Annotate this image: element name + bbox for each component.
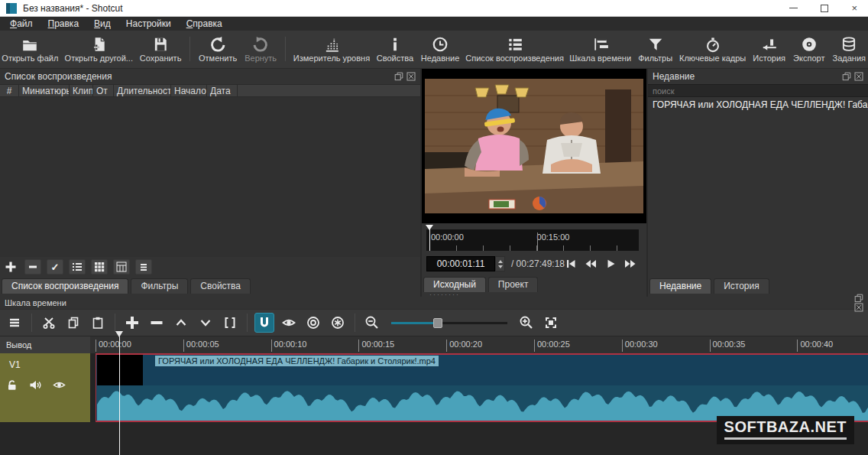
menu-file[interactable]: Файл	[3, 18, 40, 30]
left-dock-tabs: Список воспроизведения Фильтры Свойства	[0, 277, 420, 294]
redo-button[interactable]: Вернуть	[245, 34, 276, 63]
shotcut-window: Без названия* - Shotcut × Файл Правка Ви…	[0, 0, 868, 455]
timecode-field[interactable]: 00:00:01:11	[426, 256, 495, 271]
scrub-while-dragging-toggle[interactable]	[279, 313, 299, 333]
timeline-menu-button[interactable]	[5, 313, 24, 333]
zoom-fit-button[interactable]	[541, 313, 561, 333]
view-icons-button[interactable]	[113, 259, 130, 275]
timeline-playhead[interactable]	[119, 336, 120, 455]
playlist-button[interactable]: Список воспроизведения	[468, 34, 562, 63]
undock-panel-icon[interactable]	[842, 72, 851, 81]
menu-bar: Файл Правка Вид Настройки Справка	[0, 17, 868, 31]
tab-playlist[interactable]: Список воспроизведения	[2, 278, 128, 294]
timeline-icon	[592, 34, 609, 53]
play-button[interactable]	[604, 258, 617, 270]
close-button[interactable]: ×	[851, 3, 857, 13]
right-dock-tabs: Недавние История	[648, 277, 868, 294]
column-in[interactable]: От	[93, 85, 114, 96]
snap-toggle[interactable]	[254, 313, 274, 333]
cut-button[interactable]	[39, 313, 59, 333]
timeline-output-label[interactable]: Вывод	[0, 336, 90, 353]
undock-panel-icon[interactable]	[854, 294, 863, 303]
playlist-update-button[interactable]: ✓	[47, 259, 63, 275]
track-v1-lane[interactable]: ГОРЯЧАЯ или ХОЛОДНАЯ ЕДА ЧЕЛЛЕНДЖ! Габар…	[90, 353, 868, 422]
tab-filters[interactable]: Фильтры	[131, 278, 188, 294]
split-button[interactable]	[220, 313, 240, 333]
ruler-tick: 00:00:15	[358, 340, 394, 352]
timeline-ruler[interactable]: 00:00:0000:00:0500:00:1000:00:1500:00:20…	[90, 336, 868, 353]
column-duration[interactable]: Длительность	[114, 85, 171, 96]
column-date[interactable]: Дата	[207, 85, 238, 96]
skip-to-start-button[interactable]	[565, 258, 577, 270]
player-scrubber[interactable]: 00:00:00 00:15:00	[426, 229, 639, 251]
column-start[interactable]: Начало	[171, 85, 207, 96]
append-button[interactable]	[122, 313, 142, 333]
paste-button[interactable]	[88, 313, 108, 333]
view-details-button[interactable]	[69, 259, 86, 275]
menu-help[interactable]: Справка	[180, 18, 229, 30]
view-tiles-button[interactable]	[91, 259, 108, 275]
track-lock-toggle[interactable]	[6, 379, 18, 391]
zoom-in-button[interactable]	[517, 313, 536, 333]
undock-panel-icon[interactable]	[394, 72, 403, 81]
track-mute-toggle[interactable]	[29, 379, 42, 391]
history-button[interactable]: История	[753, 34, 785, 63]
audio-level-meter-button[interactable]: Измеритель уровня	[295, 34, 368, 63]
timeline-clip[interactable]: ГОРЯЧАЯ или ХОЛОДНАЯ ЕДА ЧЕЛЛЕНДЖ! Габар…	[96, 353, 868, 422]
playlist-empty-area[interactable]	[0, 97, 420, 257]
recent-search-input[interactable]: поиск	[648, 84, 868, 97]
open-other-button[interactable]: Открыть другой...	[66, 34, 131, 63]
timeline-button[interactable]: Шкала времени	[571, 34, 630, 63]
tab-recent[interactable]: Недавние	[649, 278, 711, 294]
tab-properties[interactable]: Свойства	[190, 278, 251, 294]
track-hide-toggle[interactable]	[53, 379, 66, 391]
minimize-button[interactable]	[789, 8, 798, 8]
ripple-delete-button[interactable]	[147, 313, 167, 333]
jobs-button[interactable]: Задания	[834, 34, 866, 63]
tab-source[interactable]: Исходный	[423, 277, 486, 292]
properties-button[interactable]: Свойства	[377, 34, 413, 63]
player-playhead[interactable]	[429, 225, 430, 251]
tab-history[interactable]: История	[714, 278, 769, 294]
column-index[interactable]: #	[0, 85, 19, 96]
window-title: Без названия* - Shotcut	[23, 3, 123, 14]
export-button[interactable]: Экспорт	[794, 34, 824, 63]
open-file-button[interactable]: Открыть файл	[3, 34, 57, 63]
ripple-all-tracks-toggle[interactable]	[328, 313, 348, 333]
video-preview[interactable]	[422, 69, 646, 223]
tab-project[interactable]: Проект	[488, 277, 539, 292]
menu-view[interactable]: Вид	[87, 18, 118, 30]
menu-settings[interactable]: Настройки	[119, 18, 178, 30]
zoom-slider[interactable]	[391, 317, 507, 329]
recent-button[interactable]: Недавние	[422, 34, 458, 63]
keyframes-button[interactable]: Ключевые кадры	[681, 34, 744, 63]
timecode-spinner[interactable]	[495, 256, 505, 271]
playlist-remove-button[interactable]	[24, 259, 41, 275]
undo-button[interactable]: Отменить	[199, 34, 236, 63]
history-icon	[761, 34, 778, 53]
track-header-v1[interactable]: V1	[0, 353, 90, 422]
maximize-button[interactable]	[821, 5, 828, 12]
close-panel-icon[interactable]	[406, 72, 416, 81]
playlist-menu-button[interactable]	[135, 259, 152, 275]
lift-button[interactable]	[171, 313, 191, 333]
save-button[interactable]: Сохранить	[141, 34, 180, 63]
ripple-toggle[interactable]	[303, 313, 323, 333]
column-clip[interactable]: Клип	[70, 85, 93, 96]
save-icon	[152, 34, 169, 53]
menu-edit[interactable]: Правка	[41, 18, 86, 30]
copy-button[interactable]	[63, 313, 83, 333]
column-thumbnails[interactable]: Миниатюры	[19, 85, 70, 96]
zoom-out-button[interactable]	[362, 313, 382, 333]
zoom-slider-handle[interactable]	[433, 318, 442, 328]
playlist-add-button[interactable]	[2, 259, 19, 275]
recent-list-item[interactable]: ГОРЯЧАЯ или ХОЛОДНАЯ ЕДА ЧЕЛЛЕНДЖ! Габар…	[648, 97, 868, 112]
recent-panel: Недавние поиск ГОРЯЧАЯ или ХОЛОДНАЯ ЕДА …	[648, 69, 868, 297]
fast-forward-button[interactable]	[623, 258, 637, 270]
rewind-button[interactable]	[584, 258, 598, 270]
close-panel-icon[interactable]	[854, 72, 863, 81]
close-panel-icon[interactable]	[854, 303, 863, 312]
overwrite-button[interactable]	[196, 313, 215, 333]
open-file-icon	[21, 34, 38, 53]
filters-button[interactable]: Фильтры	[639, 34, 672, 63]
